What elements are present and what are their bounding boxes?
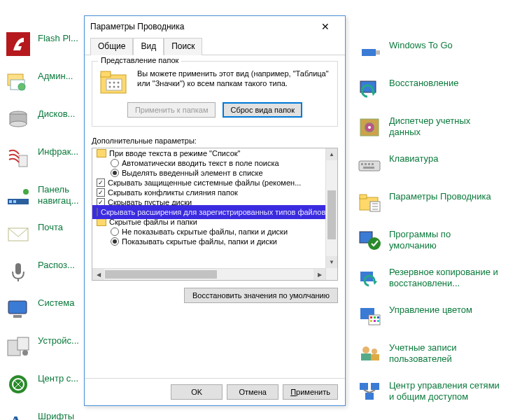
cp-item-folder-options[interactable]: Параметры Проводника (357, 190, 518, 215)
cp-item-label: Почта (38, 220, 63, 233)
advanced-settings-label: Дополнительные параметры: (92, 136, 338, 145)
svg-point-3 (18, 83, 25, 90)
svg-point-60 (109, 82, 111, 84)
cp-item-keyboard[interactable]: Клавиатура (357, 152, 518, 177)
svg-rect-47 (370, 320, 372, 322)
svg-rect-58 (101, 71, 111, 77)
scroll-down-icon[interactable]: ▼ (326, 256, 337, 268)
radio-icon[interactable] (111, 159, 119, 167)
network-icon (357, 379, 382, 404)
cp-item-fonts[interactable]: Aa Шрифты (6, 410, 167, 420)
svg-rect-48 (374, 320, 376, 322)
folder-views-group: Представление папок Вы можете применить … (92, 61, 338, 127)
svg-rect-9 (9, 200, 12, 203)
list-item-highlighted[interactable]: Скрывать расширения для зарегистрированн… (92, 207, 325, 217)
svg-point-29 (368, 126, 371, 129)
accessibility-icon (6, 372, 31, 397)
disk-spaces-icon (6, 107, 31, 132)
cp-item-color-management[interactable]: Управление цветом (357, 303, 518, 328)
scroll-right-icon[interactable]: ▶ (313, 269, 325, 281)
list-item[interactable]: Выделять введенный элемент в списке (92, 168, 325, 178)
checkbox-icon[interactable]: ✓ (97, 178, 105, 187)
dialog-titlebar[interactable]: Параметры Проводника ✕ (85, 16, 345, 37)
tab-general[interactable]: Общие (90, 38, 133, 55)
svg-rect-13 (15, 263, 21, 274)
color-mgmt-icon (357, 303, 382, 328)
cp-item-label: Windows To Go (389, 38, 453, 51)
cp-item-label: Шрифты (38, 410, 74, 420)
usb-icon (357, 38, 382, 64)
svg-point-11 (23, 189, 29, 195)
restore-defaults-button[interactable]: Восстановить значения по умолчанию (184, 288, 338, 303)
reset-folders-button[interactable]: Сброс вида папок (223, 102, 302, 118)
scroll-thumb[interactable] (105, 270, 217, 279)
svg-point-19 (22, 350, 28, 356)
svg-rect-59 (106, 79, 122, 90)
list-parent-item[interactable]: Скрытые файлы и папки (92, 217, 325, 227)
cp-item-backup-restore[interactable]: Резервное копирование и восстановлени... (357, 265, 518, 290)
svg-rect-16 (13, 315, 22, 318)
cancel-button[interactable]: Отмена (227, 384, 278, 400)
svg-rect-54 (360, 383, 368, 390)
list-item[interactable]: ✓Скрывать защищенные системные файлы (ре… (92, 178, 325, 188)
svg-rect-55 (371, 383, 379, 390)
svg-rect-30 (359, 161, 380, 171)
folder-options-dialog: Параметры Проводника ✕ Общие Вид Поиск П… (84, 15, 346, 406)
cp-item-credential-manager[interactable]: Диспетчер учетных данных (357, 114, 518, 139)
cp-item-network-sharing[interactable]: Центр управления сетями и общим доступом (357, 379, 518, 404)
list-item[interactable]: Автоматически вводить текст в поле поиск… (92, 158, 325, 168)
cp-item-label: Центр управления сетями и общим доступом (389, 379, 500, 403)
cp-item-label: Центр с... (38, 372, 78, 384)
cp-item-label: Дисков... (38, 107, 75, 120)
svg-rect-10 (13, 200, 16, 203)
dialog-button-row: OK Отмена Применить (85, 378, 345, 405)
checkbox-icon[interactable]: ✓ (97, 188, 105, 197)
list-item[interactable]: Показывать скрытые файлы, папки и диски (92, 237, 325, 246)
vertical-scrollbar[interactable]: ▲ ▼ (325, 148, 337, 280)
radio-icon[interactable] (111, 237, 119, 246)
cp-item-default-programs[interactable]: Программы по умолчанию (357, 227, 518, 253)
cp-item-user-accounts[interactable]: Учетные записи пользователей (357, 341, 518, 366)
user-accounts-icon (357, 341, 382, 366)
tab-view[interactable]: Вид (133, 38, 164, 55)
list-item[interactable]: Не показывать скрытые файлы, папки и дис… (92, 227, 325, 237)
list-item[interactable]: ✓Скрывать пустые диски (92, 197, 325, 207)
scroll-up-icon[interactable]: ▲ (326, 148, 337, 160)
svg-rect-45 (374, 316, 376, 318)
cp-item-label: Клавиатура (389, 152, 438, 164)
list-parent-item[interactable]: При вводе текста в режиме "Список" (92, 148, 325, 158)
svg-rect-34 (372, 163, 374, 165)
checkbox-icon[interactable]: ✓ (97, 198, 105, 206)
svg-rect-56 (365, 393, 374, 400)
cp-item-recovery[interactable]: Восстановление (357, 76, 518, 102)
scroll-left-icon[interactable]: ◀ (92, 269, 104, 281)
keyboard-icon (357, 152, 382, 177)
close-button[interactable]: ✕ (311, 17, 339, 36)
devices-icon (6, 334, 31, 359)
radio-icon[interactable] (111, 169, 119, 177)
scroll-thumb[interactable] (327, 190, 336, 239)
backup-icon (357, 265, 382, 290)
svg-point-61 (113, 82, 115, 84)
svg-rect-33 (368, 163, 370, 165)
horizontal-scrollbar[interactable]: ◀ ▶ (92, 268, 325, 280)
apply-to-folders-button[interactable]: Применить к папкам (127, 102, 216, 118)
cp-item-label: Устройс... (38, 334, 79, 346)
radio-icon[interactable] (111, 227, 119, 236)
folder-views-text: Вы можете применить этот вид (например, … (137, 69, 330, 89)
svg-rect-18 (17, 337, 29, 350)
checkbox-icon[interactable] (97, 208, 98, 216)
cp-item-label: Инфрак... (38, 145, 78, 158)
advanced-settings-list[interactable]: При вводе текста в режиме "Список" Автом… (92, 148, 338, 281)
folder-options-icon (357, 190, 382, 215)
apply-button[interactable]: Применить (283, 384, 338, 400)
svg-rect-12 (8, 228, 28, 241)
admin-icon (6, 69, 31, 94)
tab-search[interactable]: Поиск (164, 38, 202, 55)
ok-button[interactable]: OK (171, 384, 223, 400)
cp-item-windows-to-go[interactable]: Windows To Go (357, 38, 518, 64)
cp-item-label: Flash Pl... (38, 31, 78, 44)
folder-small-icon (97, 218, 106, 226)
taskbar-icon (6, 183, 31, 208)
list-item[interactable]: ✓Скрывать конфликты слияния папок (92, 188, 325, 197)
